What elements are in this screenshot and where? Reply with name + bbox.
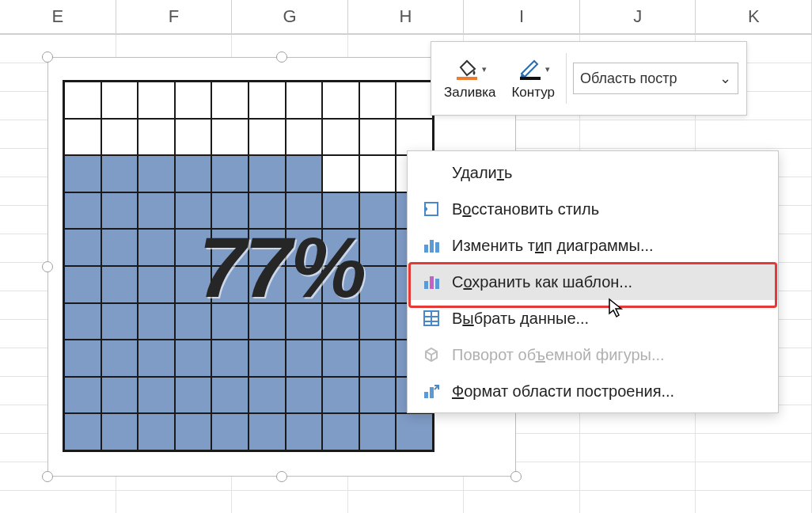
paint-bucket-icon bbox=[453, 58, 480, 80]
reset-icon bbox=[422, 200, 441, 218]
menu-reset-style[interactable]: Восстановить стиль bbox=[408, 191, 778, 227]
menu-label: Изменить тип диаграммы... bbox=[452, 237, 654, 255]
chevron-down-icon: ▾ bbox=[545, 64, 550, 74]
chart-type-icon bbox=[422, 236, 441, 255]
col-header[interactable]: E bbox=[0, 0, 116, 33]
resize-handle-s[interactable] bbox=[276, 471, 287, 482]
menu-label: Выбрать данные... bbox=[452, 310, 589, 328]
menu-label: Сохранить как шаблон... bbox=[452, 273, 632, 291]
resize-handle-sw[interactable] bbox=[42, 471, 53, 482]
column-headers: E F G H I J K bbox=[0, 0, 812, 35]
resize-handle-se[interactable] bbox=[510, 471, 522, 482]
col-header[interactable]: I bbox=[464, 0, 580, 33]
menu-change-type[interactable]: Изменить тип диаграммы... bbox=[408, 227, 778, 264]
menu-label: Поворот объемной фигуры... bbox=[452, 346, 665, 364]
svg-rect-1 bbox=[520, 77, 541, 80]
outline-label: Контур bbox=[511, 85, 555, 101]
menu-label: Формат области построения... bbox=[452, 382, 674, 401]
menu-label: Удалить bbox=[452, 164, 512, 182]
chevron-down-icon: ⌄ bbox=[719, 70, 731, 87]
svg-rect-6 bbox=[424, 281, 428, 289]
menu-delete[interactable]: Удалить bbox=[408, 154, 778, 191]
col-header[interactable]: K bbox=[696, 0, 812, 33]
svg-rect-8 bbox=[435, 279, 439, 289]
svg-rect-14 bbox=[430, 387, 434, 398]
menu-save-template[interactable]: Сохранить как шаблон... bbox=[408, 264, 778, 300]
chart-area-select[interactable]: Область постр ⌄ bbox=[573, 63, 738, 94]
fill-button[interactable]: ▾ Заливка bbox=[439, 53, 500, 104]
menu-label: Восстановить стиль bbox=[452, 200, 599, 218]
fill-label: Заливка bbox=[444, 85, 495, 101]
cube-icon bbox=[422, 345, 441, 364]
svg-rect-4 bbox=[430, 240, 434, 253]
svg-rect-13 bbox=[424, 392, 428, 398]
pen-icon bbox=[517, 58, 544, 80]
area-label: Область постр bbox=[580, 70, 677, 87]
menu-format-area[interactable]: Формат области построения... bbox=[408, 373, 778, 409]
svg-rect-0 bbox=[457, 77, 477, 80]
col-header[interactable]: F bbox=[116, 0, 233, 33]
format-area-icon bbox=[422, 382, 441, 401]
resize-handle-nw[interactable] bbox=[42, 51, 53, 63]
col-header[interactable]: H bbox=[348, 0, 465, 33]
save-template-icon bbox=[422, 272, 441, 291]
outline-button[interactable]: ▾ Контур bbox=[507, 53, 560, 104]
menu-select-data[interactable]: Выбрать данные... bbox=[408, 300, 778, 336]
resize-handle-n[interactable] bbox=[276, 51, 287, 63]
select-data-icon bbox=[422, 309, 441, 328]
blank-icon bbox=[422, 163, 441, 182]
col-header[interactable]: G bbox=[232, 0, 348, 33]
svg-rect-7 bbox=[430, 276, 434, 289]
resize-handle-w[interactable] bbox=[42, 261, 53, 272]
mini-toolbar: ▾ Заливка ▾ Контур Область постр ⌄ bbox=[431, 41, 747, 116]
col-header[interactable]: J bbox=[580, 0, 696, 33]
svg-rect-3 bbox=[424, 245, 428, 253]
menu-3d-rotation: Поворот объемной фигуры... bbox=[408, 336, 778, 373]
chevron-down-icon: ▾ bbox=[482, 64, 487, 74]
percent-label: 77% bbox=[199, 218, 365, 317]
svg-rect-5 bbox=[435, 242, 439, 253]
separator bbox=[566, 53, 567, 104]
context-menu: Удалить Восстановить стиль Изменить тип … bbox=[407, 150, 779, 413]
